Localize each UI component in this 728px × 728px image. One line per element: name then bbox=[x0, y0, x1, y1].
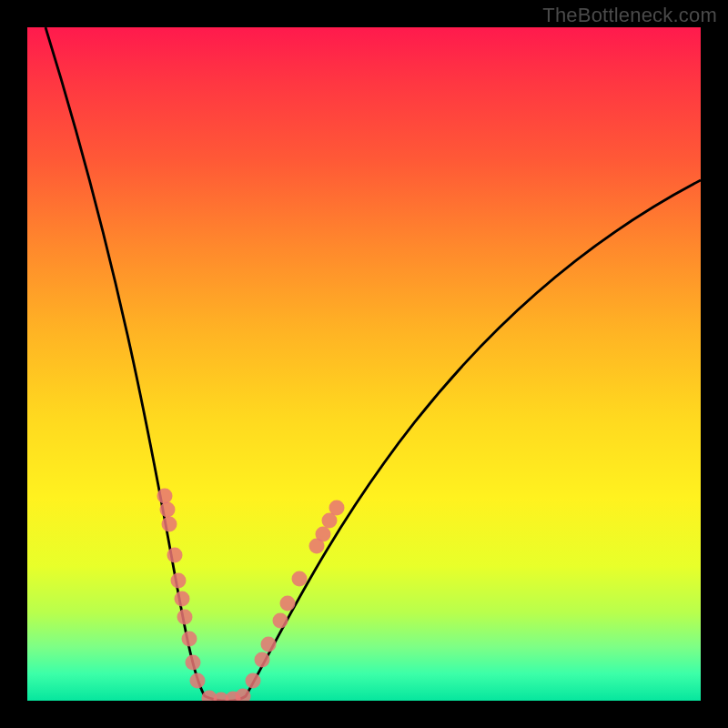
curve-layer bbox=[27, 27, 701, 701]
data-marker bbox=[246, 673, 261, 689]
data-marker bbox=[162, 517, 177, 532]
data-marker bbox=[292, 571, 308, 587]
data-marker bbox=[167, 548, 183, 563]
data-marker bbox=[261, 637, 277, 652]
chart-frame: TheBottleneck.com bbox=[0, 0, 728, 728]
data-marker bbox=[160, 502, 176, 518]
data-marker bbox=[273, 613, 288, 629]
bottleneck-curve bbox=[46, 27, 701, 701]
data-marker bbox=[171, 573, 187, 589]
data-marker bbox=[157, 489, 173, 504]
data-marker bbox=[177, 610, 193, 625]
data-marker bbox=[190, 673, 206, 689]
plot-area bbox=[27, 27, 701, 701]
data-marker bbox=[316, 527, 331, 542]
markers-right bbox=[246, 500, 345, 689]
data-marker bbox=[175, 592, 190, 607]
data-marker bbox=[255, 652, 270, 668]
data-marker bbox=[182, 632, 197, 647]
data-marker bbox=[329, 500, 345, 516]
markers-bottom bbox=[202, 689, 251, 702]
data-marker bbox=[280, 596, 296, 612]
data-marker bbox=[186, 655, 201, 671]
watermark-text: TheBottleneck.com bbox=[542, 4, 717, 27]
